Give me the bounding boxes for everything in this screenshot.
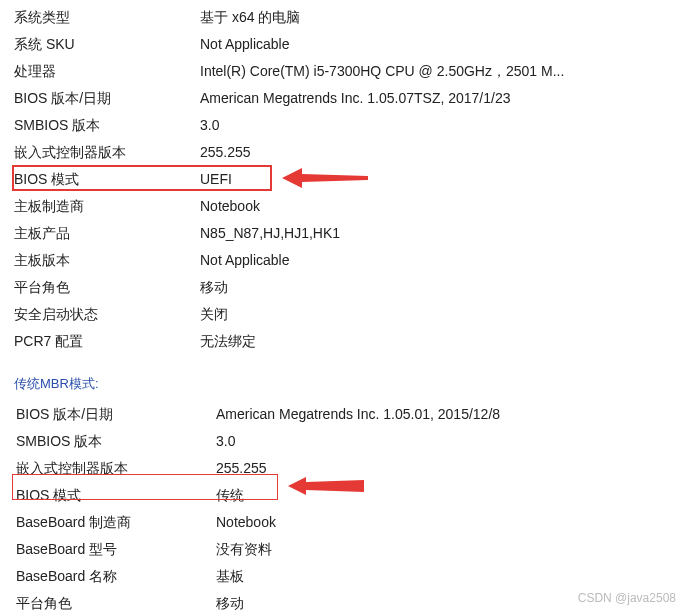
- row-motherboard-version: 主板版本 Not Applicable: [14, 247, 690, 274]
- row-embedded-controller-version-2: 嵌入式控制器版本 255.255: [14, 455, 690, 482]
- label: BIOS 版本/日期: [14, 401, 216, 428]
- row-system-sku: 系统 SKU Not Applicable: [14, 31, 690, 58]
- row-smbios-version: SMBIOS 版本 3.0: [14, 112, 690, 139]
- value: UEFI: [200, 166, 232, 193]
- value: 关闭: [200, 301, 228, 328]
- value: Notebook: [200, 193, 260, 220]
- label: 主板版本: [14, 247, 200, 274]
- value: Notebook: [216, 509, 276, 536]
- value: 无法绑定: [200, 328, 256, 355]
- value: American Megatrends Inc. 1.05.07TSZ, 201…: [200, 85, 511, 112]
- label: 处理器: [14, 58, 200, 85]
- value: 没有资料: [216, 536, 272, 563]
- value: 3.0: [200, 112, 219, 139]
- label: BIOS 模式: [14, 482, 216, 509]
- system-info-section-2: BIOS 版本/日期 American Megatrends Inc. 1.05…: [14, 401, 690, 611]
- value: Not Applicable: [200, 247, 290, 274]
- label: BIOS 模式: [14, 166, 200, 193]
- value: American Megatrends Inc. 1.05.01, 2015/1…: [216, 401, 500, 428]
- value: 3.0: [216, 428, 235, 455]
- row-bios-mode-2: BIOS 模式 传统: [14, 482, 690, 509]
- watermark-text: CSDN @java2508: [578, 591, 676, 605]
- value: Intel(R) Core(TM) i5-7300HQ CPU @ 2.50GH…: [200, 58, 564, 85]
- row-motherboard-product: 主板产品 N85_N87,HJ,HJ1,HK1: [14, 220, 690, 247]
- row-smbios-version-2: SMBIOS 版本 3.0: [14, 428, 690, 455]
- value: 基于 x64 的电脑: [200, 4, 300, 31]
- row-motherboard-manufacturer: 主板制造商 Notebook: [14, 193, 690, 220]
- label: 系统类型: [14, 4, 200, 31]
- label: 主板产品: [14, 220, 200, 247]
- label: SMBIOS 版本: [14, 112, 200, 139]
- value: 传统: [216, 482, 244, 509]
- label: 平台角色: [14, 274, 200, 301]
- label: BaseBoard 制造商: [14, 509, 216, 536]
- label: 平台角色: [14, 590, 216, 611]
- value: 移动: [200, 274, 228, 301]
- row-secure-boot-state: 安全启动状态 关闭: [14, 301, 690, 328]
- label: BIOS 版本/日期: [14, 85, 200, 112]
- value: N85_N87,HJ,HJ1,HK1: [200, 220, 340, 247]
- row-platform-role: 平台角色 移动: [14, 274, 690, 301]
- row-bios-version-date-2: BIOS 版本/日期 American Megatrends Inc. 1.05…: [14, 401, 690, 428]
- label: 系统 SKU: [14, 31, 200, 58]
- value: 255.255: [216, 455, 267, 482]
- value: Not Applicable: [200, 31, 290, 58]
- system-info-section-1: 系统类型 基于 x64 的电脑 系统 SKU Not Applicable 处理…: [14, 4, 690, 355]
- row-baseboard-name: BaseBoard 名称 基板: [14, 563, 690, 590]
- row-pcr7-config: PCR7 配置 无法绑定: [14, 328, 690, 355]
- row-processor: 处理器 Intel(R) Core(TM) i5-7300HQ CPU @ 2.…: [14, 58, 690, 85]
- row-embedded-controller-version: 嵌入式控制器版本 255.255: [14, 139, 690, 166]
- label: BaseBoard 名称: [14, 563, 216, 590]
- label: 嵌入式控制器版本: [14, 139, 200, 166]
- row-system-type: 系统类型 基于 x64 的电脑: [14, 4, 690, 31]
- row-baseboard-manufacturer: BaseBoard 制造商 Notebook: [14, 509, 690, 536]
- value: 基板: [216, 563, 244, 590]
- label: PCR7 配置: [14, 328, 200, 355]
- legacy-mbr-title: 传统MBR模式:: [14, 375, 690, 393]
- label: SMBIOS 版本: [14, 428, 216, 455]
- row-bios-version-date: BIOS 版本/日期 American Megatrends Inc. 1.05…: [14, 85, 690, 112]
- value: 移动: [216, 590, 244, 611]
- value: 255.255: [200, 139, 251, 166]
- label: 主板制造商: [14, 193, 200, 220]
- label: BaseBoard 型号: [14, 536, 216, 563]
- row-bios-mode: BIOS 模式 UEFI: [14, 166, 690, 193]
- label: 安全启动状态: [14, 301, 200, 328]
- label: 嵌入式控制器版本: [14, 455, 216, 482]
- row-baseboard-model: BaseBoard 型号 没有资料: [14, 536, 690, 563]
